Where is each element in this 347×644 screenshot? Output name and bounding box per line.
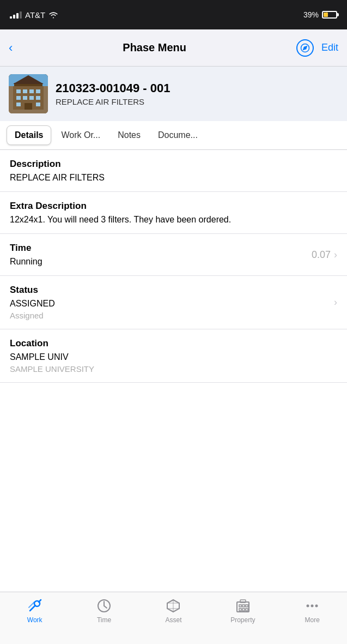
carrier-label: AT&T: [25, 10, 45, 20]
main-content: Description REPLACE AIR FILTERS Extra De…: [0, 150, 347, 644]
status-right: ›: [334, 297, 337, 308]
status-sublabel: Assigned: [10, 311, 55, 320]
svg-rect-8: [36, 89, 40, 93]
svg-rect-5: [16, 89, 21, 93]
work-label: Work: [27, 616, 42, 624]
bottom-tab-more[interactable]: More: [290, 598, 334, 624]
svg-rect-30: [239, 609, 241, 611]
page-title: Phase Menu: [123, 41, 186, 54]
description-label: Description: [10, 159, 337, 170]
extra-description-value: 12x24x1. You will need 3 filters. They h…: [10, 215, 337, 225]
svg-rect-27: [239, 605, 241, 607]
nav-bar: ‹ Phase Menu Edit: [0, 29, 347, 67]
asset-icon: [165, 598, 181, 614]
signal-icon: [10, 11, 22, 19]
extra-description-label: Extra Description: [10, 201, 337, 212]
battery-percent: 39%: [303, 10, 319, 19]
location-value: SAMPLE UNIV: [10, 352, 337, 362]
svg-line-25: [104, 606, 107, 608]
svg-line-21: [39, 600, 41, 602]
time-sublabel: Running: [10, 257, 42, 267]
bottom-tab-asset[interactable]: Asset: [151, 598, 195, 624]
status-bar-left: AT&T: [10, 10, 58, 20]
tab-details[interactable]: Details: [7, 125, 51, 145]
more-label: More: [305, 616, 320, 624]
work-order-description: REPLACE AIR FILTERS: [56, 97, 170, 106]
property-icon: [235, 598, 251, 614]
nav-actions: Edit: [296, 39, 338, 57]
svg-rect-9: [16, 96, 21, 100]
svg-rect-32: [246, 609, 248, 611]
work-order-image: [9, 74, 48, 113]
status-bar-right: 39% ⚡: [303, 10, 337, 19]
extra-description-section: Extra Description 12x24x1. You will need…: [0, 192, 347, 234]
svg-rect-11: [29, 96, 34, 100]
description-value: REPLACE AIR FILTERS: [10, 173, 337, 183]
tab-notes[interactable]: Notes: [110, 126, 148, 145]
time-chevron-icon: ›: [334, 249, 337, 261]
time-section[interactable]: Time Running 0.07 ›: [0, 234, 347, 276]
svg-rect-15: [25, 103, 32, 110]
time-right: 0.07 ›: [312, 249, 337, 261]
compass-button[interactable]: [296, 39, 314, 57]
svg-rect-33: [240, 600, 246, 603]
page: AT&T 39% ⚡ ‹ Phase Menu: [0, 0, 347, 644]
header-card: 210323-001049 - 001 REPLACE AIR FILTERS: [0, 67, 347, 121]
tab-strip: Details Work Or... Notes Docume...: [0, 121, 347, 150]
svg-point-34: [307, 605, 309, 607]
bottom-tab-time[interactable]: Time: [82, 598, 126, 624]
edit-button[interactable]: Edit: [321, 42, 338, 53]
svg-point-35: [311, 605, 314, 607]
status-section[interactable]: Status ASSIGNED Assigned ›: [0, 276, 347, 329]
description-section: Description REPLACE AIR FILTERS: [0, 150, 347, 192]
time-tab-label: Time: [97, 616, 111, 624]
svg-rect-13: [16, 103, 21, 106]
wifi-icon: [48, 11, 58, 19]
tab-workorders[interactable]: Work Or...: [53, 126, 108, 145]
time-value: 0.07: [312, 249, 331, 261]
status-bar: AT&T 39% ⚡: [0, 0, 347, 29]
battery-icon: ⚡: [322, 11, 337, 19]
svg-rect-6: [23, 89, 27, 93]
svg-rect-31: [242, 609, 245, 611]
svg-rect-7: [29, 89, 34, 93]
status-value: ASSIGNED: [10, 299, 55, 309]
work-icon: [27, 598, 43, 614]
asset-label: Asset: [165, 616, 181, 624]
location-section: Location SAMPLE UNIV SAMPLE UNIVERSITY: [0, 329, 347, 383]
tab-documents[interactable]: Docume...: [150, 126, 205, 145]
time-tab-icon: [96, 598, 112, 614]
svg-rect-12: [36, 96, 40, 100]
bolt-icon: ⚡: [323, 13, 328, 17]
location-sublabel: SAMPLE UNIVERSITY: [10, 364, 337, 374]
svg-rect-14: [36, 103, 40, 106]
bottom-tab-property[interactable]: Property: [221, 598, 265, 624]
status-label: Status: [10, 285, 55, 296]
time-left: Time Running: [10, 243, 42, 267]
back-button[interactable]: ‹: [9, 41, 13, 55]
header-text: 210323-001049 - 001 REPLACE AIR FILTERS: [56, 81, 170, 106]
svg-rect-29: [246, 605, 248, 607]
more-icon: [304, 598, 320, 614]
bottom-tab-work[interactable]: Work: [13, 598, 57, 624]
svg-rect-10: [23, 96, 27, 100]
location-label: Location: [10, 338, 337, 349]
bottom-bar: Work Time Asset: [0, 592, 347, 644]
status-left: Status ASSIGNED Assigned: [10, 285, 55, 320]
svg-rect-28: [242, 605, 245, 607]
work-order-id: 210323-001049 - 001: [56, 81, 170, 95]
property-label: Property: [230, 616, 255, 624]
svg-point-36: [315, 605, 318, 607]
svg-marker-1: [303, 46, 307, 49]
status-chevron-icon: ›: [334, 297, 337, 308]
time-label: Time: [10, 243, 42, 254]
